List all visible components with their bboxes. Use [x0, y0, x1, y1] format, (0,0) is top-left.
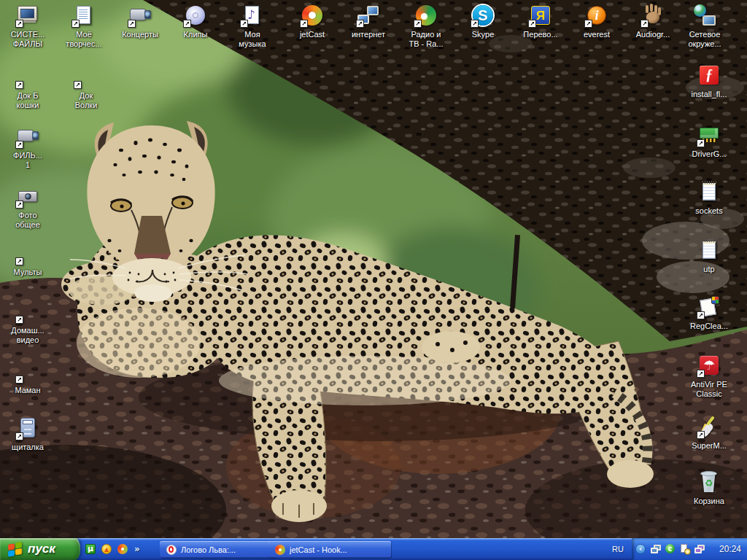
network-icon[interactable] [650, 543, 662, 555]
icon-label: Радио и ТВ - Ra... [400, 30, 452, 49]
desktop-icon-concerts[interactable]: Концерты [114, 3, 166, 39]
desktop-icon-schitalka[interactable]: щиталка [1, 416, 54, 452]
task-button-label: Логово Льва:... [181, 545, 236, 554]
desktop-icon-my-works[interactable]: Моё творчес... [58, 3, 110, 49]
document-icon [71, 3, 96, 28]
triangle-circle-icon[interactable] [101, 543, 112, 555]
music-document-icon [240, 3, 265, 28]
desktop-icon-audiograbber[interactable]: Audiogr... [627, 3, 679, 39]
desktop-icon-internet[interactable]: интернет [342, 3, 395, 39]
icon-label: jetCast [286, 30, 338, 39]
icon-label: Audiogr... [627, 30, 679, 39]
shortcut-arrow-icon [74, 81, 82, 89]
everest-info-icon [584, 3, 609, 28]
network-icon-2[interactable] [694, 543, 705, 555]
task-button-jetcast[interactable]: jetCast - Hook... [268, 541, 391, 558]
translator-icon [528, 3, 553, 28]
desktop-icon-driver-genius[interactable]: DriverG... [683, 122, 735, 159]
notepad-icon [697, 179, 721, 204]
photo-camera-icon [15, 184, 40, 209]
desktop-icon-maman[interactable]: Маман [1, 359, 54, 395]
shortcut-arrow-icon [128, 20, 136, 28]
desktop-icon-utp[interactable]: utp [683, 238, 735, 274]
icon-label: Мульты [1, 268, 54, 277]
start-button[interactable]: пуск [0, 538, 80, 560]
green-swirl-icon [414, 3, 438, 28]
driver-card-icon [697, 122, 721, 147]
monitor-icon [15, 3, 40, 28]
icon-label: Моё творчес... [58, 30, 110, 49]
shortcut-arrow-icon [240, 20, 248, 28]
task-button-logovo-lva[interactable]: Логово Льва:... [160, 541, 276, 558]
folder-icon [15, 241, 40, 265]
jetaudio-swirl-icon[interactable] [117, 543, 128, 555]
icon-label: интернет [342, 30, 395, 39]
desktop-icon-supermop[interactable]: SuperM... [683, 414, 735, 451]
desktop-icon-multy[interactable]: Мульты [1, 241, 54, 277]
desktop-icon-dok-b-koshki[interactable]: Док Б кошки [1, 64, 54, 110]
folder-icon [15, 299, 40, 324]
icon-label: Перево... [514, 30, 567, 39]
icon-label: SuperM... [683, 441, 735, 451]
shortcut-arrow-icon [183, 20, 191, 28]
notepad-icon [697, 238, 721, 262]
desktop-icon-clips[interactable]: Клипы [169, 3, 222, 39]
clock: 20:24 [719, 544, 741, 554]
shortcut-arrow-icon [414, 20, 422, 28]
icon-label: Домаш... видео [1, 326, 54, 345]
registry-cleaner-icon [697, 295, 721, 319]
shortcut-arrow-icon [15, 257, 23, 265]
shortcut-arrow-icon [300, 20, 308, 28]
desktop-icon-install-flash[interactable]: install_fl... [683, 63, 735, 99]
shortcut-arrow-icon [15, 20, 23, 28]
shortcut-arrow-icon [356, 20, 364, 28]
shortcut-arrow-icon [697, 311, 705, 319]
desktop-icon-regcleaner[interactable]: RegClea... [683, 295, 735, 331]
desktop-icon-photo-common[interactable]: Фото общее [1, 184, 54, 230]
hand-icon [640, 3, 665, 28]
shortcut-arrow-icon [471, 20, 479, 28]
video-camera-icon [128, 3, 152, 28]
desktop-icon-skype[interactable]: Skype [457, 3, 509, 39]
green-agent-icon[interactable] [665, 543, 676, 555]
video-camera-icon [15, 124, 40, 149]
scheduler-icon[interactable] [679, 543, 691, 555]
shortcut-arrow-icon [584, 20, 592, 28]
language-indicator[interactable]: RU [607, 538, 629, 560]
desktop-icon-dok-volki[interactable]: Док Волки [60, 64, 112, 110]
globe-monitor-icon [692, 3, 717, 28]
desktop-icon-films-1[interactable]: ФИЛЬ... 1 [1, 124, 54, 170]
icon-label: Концерты [114, 30, 166, 39]
shortcut-arrow-icon [15, 81, 23, 89]
utorrent-icon[interactable] [85, 543, 96, 555]
chevron-more-icon[interactable]: » [134, 544, 140, 554]
desktop-icon-my-music[interactable]: Моя музыка [226, 3, 279, 49]
shortcut-arrow-icon [15, 316, 23, 324]
task-button-label: jetCast - Hook... [290, 545, 347, 554]
desktop-icon-jetcast[interactable]: jetCast [286, 3, 338, 39]
avira-umbrella-icon [697, 353, 721, 378]
icon-label: DriverG... [683, 149, 735, 159]
desktop-icon-home-video[interactable]: Домаш... видео [1, 299, 54, 345]
skype-icon [471, 3, 495, 28]
collapse-chevron-icon[interactable] [635, 543, 647, 555]
network-computers-icon [356, 3, 381, 28]
desktop-icon-radio-tv[interactable]: Радио и ТВ - Ra... [400, 3, 452, 49]
shortcut-arrow-icon [697, 139, 705, 147]
folder-icon [74, 64, 98, 89]
windows-flag-icon [7, 541, 24, 557]
desktop-icon-recycle-bin[interactable]: Корзина [683, 470, 735, 506]
folder-icon [15, 359, 40, 384]
icon-label: utp [683, 265, 735, 274]
desktop-icon-sockets[interactable]: sockets [683, 179, 735, 216]
icon-label: Клипы [169, 30, 222, 39]
icon-label: Док Б кошки [1, 91, 54, 110]
icon-label: Док Волки [60, 91, 112, 110]
desktop-icon-system-files[interactable]: СИСТЕ... ФАЙЛЫ [1, 3, 54, 49]
desktop-icon-antivir[interactable]: AntiVir PE Classic [683, 353, 735, 399]
desktop-icon-everest[interactable]: everest [570, 3, 623, 39]
desktop-icon-network-places[interactable]: Сетевое окруже... [678, 3, 731, 49]
icon-label: RegClea... [683, 322, 735, 331]
shortcut-arrow-icon [15, 201, 23, 209]
desktop-icon-translator[interactable]: Перево... [514, 3, 567, 39]
